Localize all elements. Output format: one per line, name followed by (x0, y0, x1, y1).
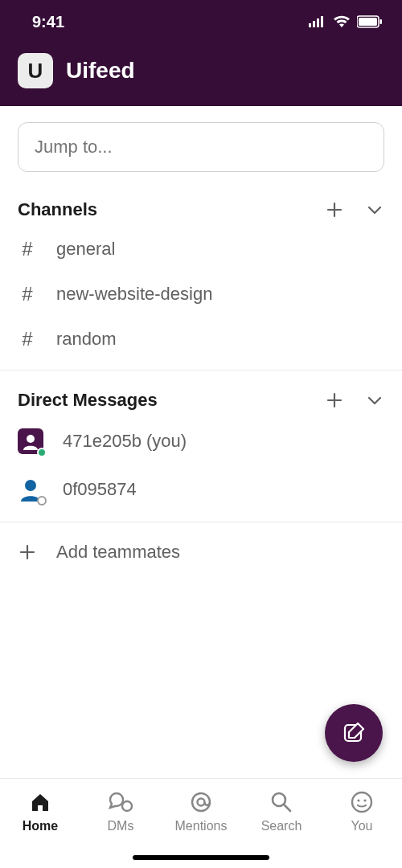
svg-point-16 (363, 799, 366, 801)
channels-title: Channels (18, 199, 97, 220)
dms-header: Direct Messages (0, 371, 402, 417)
presence-active-icon (37, 448, 47, 457)
channel-item[interactable]: # new-website-design (0, 272, 402, 317)
nav-label: DMs (108, 819, 134, 833)
svg-rect-2 (317, 18, 319, 27)
workspace-header[interactable]: U Uifeed (0, 43, 402, 106)
hash-icon: # (18, 238, 37, 260)
svg-rect-6 (380, 19, 383, 24)
nav-label: Home (23, 819, 58, 833)
dms-title: Direct Messages (18, 390, 158, 411)
plus-icon (18, 542, 37, 562)
svg-point-7 (27, 435, 35, 443)
channel-name: new-website-design (56, 284, 212, 305)
collapse-dms-button[interactable] (365, 391, 384, 410)
svg-rect-5 (359, 18, 377, 26)
dm-item-self[interactable]: 471e205b (you) (0, 417, 402, 465)
presence-away-icon (37, 496, 47, 506)
avatar (18, 428, 43, 454)
compose-button[interactable] (325, 704, 383, 762)
nav-label: Mentions (175, 819, 228, 833)
svg-rect-3 (321, 16, 323, 27)
svg-point-12 (198, 799, 205, 806)
workspace-icon: U (18, 53, 53, 88)
battery-icon (357, 15, 383, 28)
you-icon (350, 790, 374, 814)
dms-icon (109, 790, 133, 814)
svg-rect-0 (309, 23, 311, 27)
search-icon (269, 790, 293, 814)
add-teammates-button[interactable]: Add teammates (0, 522, 402, 582)
add-teammates-label: Add teammates (56, 542, 180, 563)
hash-icon: # (18, 283, 37, 305)
status-time: 9:41 (32, 13, 64, 31)
svg-point-10 (122, 801, 132, 811)
nav-you[interactable]: You (322, 779, 402, 868)
add-channel-button[interactable] (325, 200, 344, 219)
nav-label: Search (261, 819, 302, 833)
channel-name: random (56, 329, 117, 350)
wifi-icon (333, 15, 351, 28)
compose-icon (342, 721, 366, 745)
hash-icon: # (18, 328, 37, 350)
svg-rect-1 (313, 21, 315, 27)
collapse-channels-button[interactable] (365, 200, 384, 219)
status-indicators (309, 15, 383, 28)
cellular-icon (309, 16, 326, 27)
add-dm-button[interactable] (325, 391, 344, 410)
dm-name: 471e205b (you) (63, 431, 187, 452)
svg-point-14 (352, 792, 371, 812)
nav-label: You (351, 819, 373, 833)
workspace-name: Uifeed (66, 58, 135, 84)
dm-name: 0f095874 (63, 479, 137, 500)
channel-item[interactable]: # general (0, 227, 402, 272)
nav-home[interactable]: Home (0, 779, 80, 868)
status-bar: 9:41 (0, 0, 402, 43)
channel-name: general (56, 239, 115, 260)
channel-item[interactable]: # random (0, 317, 402, 362)
svg-point-8 (25, 480, 36, 491)
svg-point-11 (192, 793, 210, 811)
mentions-icon (189, 790, 213, 814)
home-indicator (133, 855, 269, 860)
channels-header: Channels (0, 180, 402, 227)
dm-item[interactable]: 0f095874 (0, 465, 402, 514)
avatar (18, 477, 43, 502)
jump-to-input[interactable] (18, 122, 384, 172)
home-icon (28, 790, 52, 814)
svg-point-15 (357, 799, 359, 801)
